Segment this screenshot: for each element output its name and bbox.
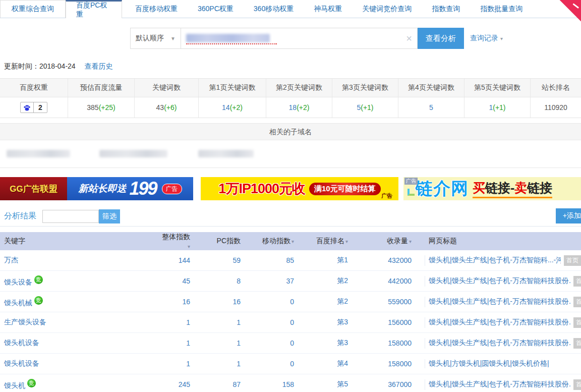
keyword-link[interactable]: 馒头机设备 (4, 339, 39, 347)
keyword-cell[interactable]: 馒头机设备 (0, 359, 159, 368)
mobile-index-cell: 0 (241, 318, 294, 326)
page-title-link[interactable]: 馒头机|方馒头机|圆馒头机|馒头机价格| (429, 359, 581, 368)
keyword-cell[interactable]: 馒头机设备 (0, 339, 159, 348)
tab-4[interactable]: 360移动权重 (247, 0, 301, 18)
page: 权重综合查询百度PC权重百度移动权重360PC权重360移动权重神马权重关键词竞… (0, 0, 581, 392)
stats-value-cell: 5(+1) (332, 97, 398, 118)
stats-value-cell: 385(+25) (68, 97, 135, 118)
baidu-rank-cell: 第1 (294, 256, 351, 265)
keyword-link[interactable]: 生产馒头设备 (4, 318, 46, 326)
tab-8[interactable]: 指数批量查询 (473, 0, 530, 18)
keyword-cell[interactable]: 万杰 (0, 256, 159, 265)
analyze-button[interactable]: 查看分析 (418, 28, 464, 49)
stats-header-cell: 预估百度流量 (68, 79, 135, 97)
collected-count-cell: 432000 (351, 256, 414, 264)
page-title-link[interactable]: 馒头机|馒头生产线|包子机-万杰智能科技股份... (429, 297, 570, 306)
weight-stats-table: 百度权重预估百度流量关键词数第1页关键词数第2页关键词数第3页关键词数第4页关键… (0, 78, 581, 118)
pc-index-cell: 8 (190, 277, 241, 285)
baidu-weight-badge[interactable]: 2 (20, 102, 47, 113)
ad-gg-union-logo: GG广告联盟 (0, 177, 67, 200)
stat-main-value: 18 (289, 103, 297, 111)
tab-2[interactable]: 百度移动权重 (128, 0, 185, 18)
column-header-5[interactable]: 收录量▾ (351, 237, 414, 246)
keyword-link[interactable]: 馒头机 (4, 381, 25, 389)
page-title-cell: 馒头机|方馒头机|圆馒头机|馒头机价格| (425, 359, 581, 368)
bidding-badge-icon: 竞 (34, 296, 43, 305)
view-history-link[interactable]: 查看历史 (85, 62, 113, 70)
stats-value-cell: 43(+6) (135, 97, 199, 118)
keyword-cell[interactable]: 馒头设备竞 (0, 275, 159, 287)
keyword-link[interactable]: 馒头机设备 (4, 359, 39, 367)
redacted-subdomain[interactable] (7, 150, 70, 157)
ad-banner-lianjie[interactable]: 广告 链介网 买链接-卖链接 (403, 177, 581, 200)
filter-input[interactable] (42, 210, 99, 223)
tab-3[interactable]: 360PC权重 (191, 0, 241, 18)
page-title-link[interactable]: 馒头机|馒头生产线|包子机-万杰智能科...-河... (429, 256, 561, 265)
pc-index-cell: 1 (190, 318, 241, 326)
redacted-domain-value (186, 34, 270, 42)
column-header-1[interactable]: 整体指数▾ (159, 233, 190, 250)
redacted-subdomain[interactable] (198, 150, 254, 157)
keyword-link[interactable]: 万杰 (4, 256, 18, 264)
pc-index-cell: 16 (190, 298, 241, 306)
tab-0[interactable]: 权重综合查询 (0, 0, 66, 18)
subdomain-title: 相关的子域名 (0, 124, 581, 140)
filter-button[interactable]: 筛选 (99, 209, 120, 223)
keyword-link[interactable]: 馒头设备 (4, 278, 32, 286)
tab-1[interactable]: 百度PC权重 (66, 0, 122, 18)
ad-main-text: 1万IP1000元收 (218, 180, 305, 198)
keyword-cell[interactable]: 馒头机竞 (0, 379, 159, 390)
ad-link-word: 链接 (485, 181, 510, 195)
redacted-subdomain[interactable] (99, 150, 167, 157)
collected-count-cell: 367000 (351, 380, 414, 388)
overall-index-cell: 245 (159, 380, 190, 388)
domain-search-input[interactable]: × (181, 28, 418, 49)
page-title-cell: 馒头机|馒头生产线|包子机-万杰智能科技股份...首 (425, 297, 581, 307)
mobile-index-cell: 85 (241, 256, 294, 264)
update-time-row: 更新时间：2018-04-24 查看历史 (4, 62, 581, 71)
page-title-link[interactable]: 馒头机|馒头生产线|包子机-万杰智能科技股份... (429, 380, 570, 389)
keyword-link[interactable]: 馒头机械 (4, 299, 32, 307)
column-header-4[interactable]: 百度排名▾ (294, 237, 351, 246)
keyword-cell[interactable]: 馒头机械竞 (0, 296, 159, 308)
tab-6[interactable]: 关键词竞价查询 (355, 0, 419, 18)
table-row: 馒头机设备110第3158000馒头机|馒头生产线|包子机-万杰智能科技股份..… (0, 333, 581, 354)
tab-7[interactable]: 指数查询 (425, 0, 467, 18)
pc-index-cell: 1 (190, 360, 241, 368)
keyword-table-header: 关键字整体指数▾PC指数移动指数▾百度排名▾收录量▾网页标题 (0, 232, 581, 250)
stats-header-cell: 第3页关键词数 (332, 79, 398, 97)
page-title-link[interactable]: 馒头机|馒头生产线|包子机-万杰智能科技股份... (429, 339, 570, 348)
column-header-3[interactable]: 移动指数▾ (241, 237, 294, 246)
query-history-link[interactable]: 查询记录 ▾ (470, 34, 503, 43)
collected-count-cell: 559000 (351, 298, 414, 306)
page-title-link[interactable]: 馒头机|馒头生产线|包子机-万杰智能科技股份... (429, 318, 570, 327)
stat-main-value: 1 (489, 103, 493, 111)
stat-delta-value: (+2) (230, 103, 243, 111)
stat-delta-value: (+2) (297, 103, 309, 111)
tab-5[interactable]: 神马权重 (307, 0, 349, 18)
column-header-2: PC指数 (190, 237, 241, 246)
ad-link-word: 链接 (527, 181, 552, 195)
sort-order-select[interactable]: 默认顺序 ▼ (130, 28, 181, 49)
ad-tag-label: 广告 (404, 178, 418, 185)
homepage-badge: 首 (573, 276, 581, 287)
baidu-rank-cell: 第3 (294, 318, 351, 327)
baidu-rank-cell: 第2 (294, 297, 351, 306)
ad-number: 199 (129, 178, 156, 199)
query-history-label: 查询记录 (470, 34, 498, 42)
baidu-rank-cell: 第4 (294, 359, 351, 368)
ad-banner-gg-union[interactable]: GG广告联盟 新站长即送 199 广告 (0, 177, 193, 200)
analysis-filter-row: 分析结果 筛选 +添加 (0, 206, 581, 227)
ad-slogan: 新站长即送 (78, 182, 126, 195)
baidu-rank-cell: 第3 (294, 339, 351, 348)
keyword-cell[interactable]: 生产馒头设备 (0, 318, 159, 327)
page-title-cell: 馒头机|馒头生产线|包子机-万杰智能科...-河...首页 (425, 255, 581, 266)
page-title-link[interactable]: 馒头机|馒头生产线|包子机-万杰智能科技股份... (429, 276, 570, 286)
overall-index-cell: 1 (159, 360, 190, 368)
homepage-badge: 首 (573, 317, 581, 328)
stat-main-value: 43 (156, 103, 164, 111)
clear-input-icon[interactable]: × (406, 33, 412, 44)
add-button[interactable]: +添加 (556, 208, 581, 223)
page-title-cell: 馒头机|馒头生产线|包子机-万杰智能科技股份...首 (425, 338, 581, 349)
ad-banner-ip-buy[interactable]: 1万IP1000元收 满10元可随时结算 (201, 177, 398, 200)
